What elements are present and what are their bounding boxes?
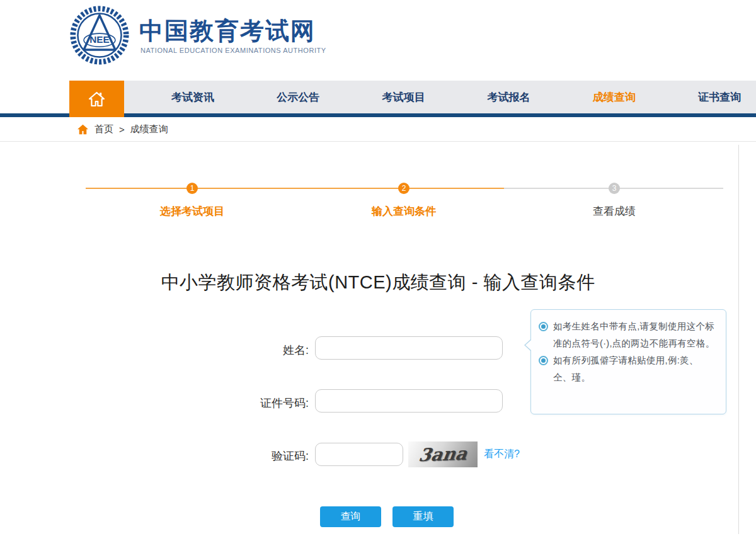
breadcrumb-current: 成绩查询 xyxy=(130,123,168,135)
bullet-radio-icon xyxy=(539,356,548,365)
neea-logo-icon: NEE xyxy=(69,5,130,65)
step-2-label: 输入查询条件 xyxy=(335,204,473,219)
captcha-refresh-link[interactable]: 看不清? xyxy=(484,448,520,461)
page-title: 中小学教师资格考试(NTCE)成绩查询 - 输入查询条件 xyxy=(0,270,756,295)
captcha-image[interactable]: 3ana xyxy=(408,441,478,467)
score-query-page: NEE 中国教育考试网 NATIONAL EDUCATION EXAMINATI… xyxy=(0,0,756,541)
svg-text:NEE: NEE xyxy=(89,34,110,45)
reset-button[interactable]: 重填 xyxy=(392,506,454,527)
step-1-dot: 1 xyxy=(186,183,198,194)
step-2-dot: 2 xyxy=(398,183,410,194)
nav-item-announcements[interactable]: 公示公告 xyxy=(277,90,319,105)
captcha-label: 验证码: xyxy=(189,448,309,464)
breadcrumb: 首页 > 成绩查询 xyxy=(0,117,756,142)
query-button[interactable]: 查询 xyxy=(320,506,381,527)
nav-bar: 考试资讯 公示公告 考试项目 考试报名 成绩查询 证书查询 xyxy=(123,81,756,113)
nav-item-exam-news[interactable]: 考试资讯 xyxy=(171,90,214,105)
step-1-label: 选择考试项目 xyxy=(123,204,261,219)
breadcrumb-home[interactable]: 首页 xyxy=(94,123,113,135)
step-3-label: 查看成绩 xyxy=(545,204,684,219)
nav-item-cert-query[interactable]: 证书查询 xyxy=(698,90,741,105)
captcha-text: 3ana xyxy=(417,443,468,466)
nav-item-exam-programs[interactable]: 考试项目 xyxy=(382,90,425,105)
name-input[interactable] xyxy=(315,336,503,360)
id-number-label: 证件号码: xyxy=(189,396,309,411)
tooltip-text-rare-chars: 如有所列孤僻字请粘贴使用,例:羙、仝、瑾。 xyxy=(553,352,717,386)
home-icon xyxy=(88,91,105,107)
main-nav: 考试资讯 公示公告 考试项目 考试报名 成绩查询 证书查询 xyxy=(0,81,756,117)
name-hint-tooltip: 如考生姓名中带有点,请复制使用这个标准的点符号(·),点的两边不能再有空格。 如… xyxy=(530,309,726,414)
tooltip-item: 如有所列孤僻字请粘贴使用,例:羙、仝、瑾。 xyxy=(539,352,717,386)
tooltip-item: 如考生姓名中带有点,请复制使用这个标准的点符号(·),点的两边不能再有空格。 xyxy=(539,318,717,352)
tooltip-text-dot-rule: 如考生姓名中带有点,请复制使用这个标准的点符号(·),点的两边不能再有空格。 xyxy=(553,318,717,352)
home-button[interactable] xyxy=(69,81,124,117)
nav-item-registration[interactable]: 考试报名 xyxy=(488,90,530,105)
name-label: 姓名: xyxy=(189,343,309,358)
nav-item-score-query[interactable]: 成绩查询 xyxy=(593,90,636,105)
step-3-dot: 3 xyxy=(609,183,620,194)
id-number-input[interactable] xyxy=(315,389,503,413)
site-subtitle: NATIONAL EDUCATION EXAMINATIONS AUTHORIT… xyxy=(140,47,326,54)
breadcrumb-separator: > xyxy=(119,124,125,135)
bullet-radio-icon xyxy=(539,322,548,331)
breadcrumb-home-icon xyxy=(77,124,89,135)
content-right-divider xyxy=(738,145,739,534)
captcha-input[interactable] xyxy=(315,443,403,466)
site-title: 中国教育考试网 xyxy=(139,15,316,47)
